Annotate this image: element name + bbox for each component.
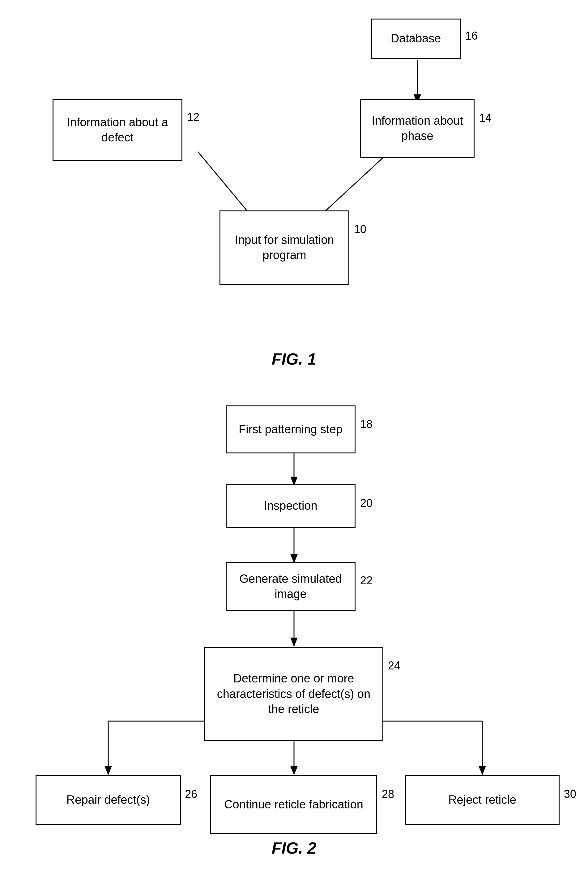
first-patterning-ref: 18 <box>360 418 373 431</box>
inspection-ref: 20 <box>360 497 373 510</box>
inspection-box: Inspection <box>226 484 355 528</box>
info-phase-box: Information about phase <box>360 99 475 158</box>
info-defect-box: Information about a defect <box>53 99 183 161</box>
repair-ref: 26 <box>185 788 197 801</box>
gen-sim-ref: 22 <box>360 574 373 587</box>
reject-box: Reject reticle <box>405 775 560 825</box>
fig1-title: FIG. 1 <box>272 350 316 368</box>
input-sim-box: Input for simulation program <box>220 210 349 285</box>
fig1-diagram: Database 16 Information about phase 14 I… <box>0 0 588 387</box>
fig2-title: FIG. 2 <box>272 839 316 857</box>
repair-box: Repair defect(s) <box>36 775 181 825</box>
svg-marker-16 <box>290 766 298 775</box>
svg-marker-11 <box>290 638 298 647</box>
gen-sim-box: Generate simulated image <box>226 562 355 611</box>
database-box: Database <box>371 19 460 59</box>
determine-ref: 24 <box>388 659 400 672</box>
database-ref: 16 <box>465 30 478 42</box>
info-phase-ref: 14 <box>479 112 491 124</box>
continue-ref: 28 <box>382 788 394 801</box>
fig2-diagram: First patterning step 18 Inspection 20 G… <box>0 387 588 870</box>
reject-ref: 30 <box>564 788 576 801</box>
continue-box: Continue reticle fabrication <box>210 775 377 834</box>
input-sim-ref: 10 <box>354 223 366 236</box>
svg-marker-14 <box>104 766 112 775</box>
fig1-arrows <box>0 0 588 387</box>
svg-marker-19 <box>478 766 486 775</box>
info-defect-ref: 12 <box>187 111 199 124</box>
first-patterning-box: First patterning step <box>226 405 355 453</box>
determine-box: Determine one or more characteristics of… <box>204 647 383 741</box>
